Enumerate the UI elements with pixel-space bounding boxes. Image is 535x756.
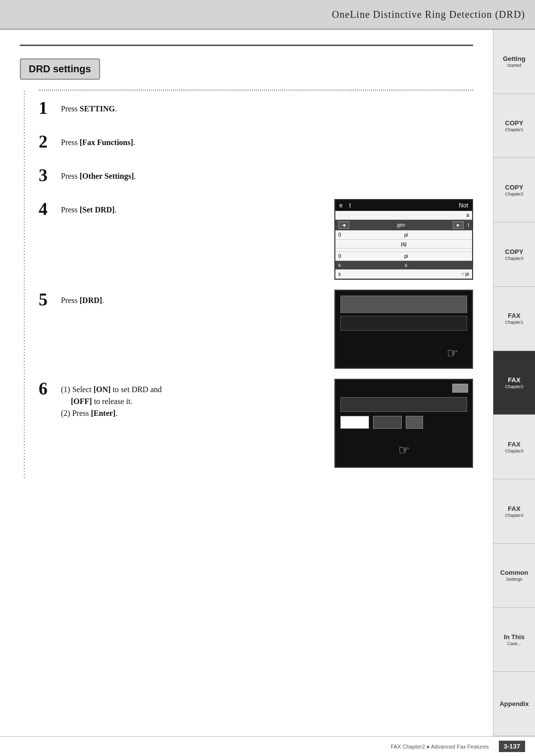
screen5-row2 — [340, 316, 467, 331]
screen6-btn-on — [340, 416, 369, 429]
sidebar-item-label: Appendix — [499, 700, 529, 707]
screen-pg: pg — [338, 241, 469, 247]
sidebar-item-in-this-case[interactable]: In This Case... — [493, 608, 535, 672]
steps-content: 1 Press SETTING. 2 Press [Fax Functions]… — [39, 90, 473, 478]
sidebar-item-sublabel: Case... — [507, 641, 522, 646]
screen-mockup-6: ☞ — [334, 379, 473, 468]
dotted-border — [20, 90, 29, 478]
screen6-btn-row — [335, 416, 472, 429]
screen-row-pi1: 0 pi — [335, 231, 472, 240]
screen-t-label: t — [468, 222, 469, 228]
step-4-left: 4 Press [Set DRD]. — [39, 199, 324, 233]
step-5-text: Press [DRD]. — [61, 290, 324, 306]
screen-row-pi3: s ☞pi — [335, 270, 472, 279]
step-2-text: Press [Fax Functions]. — [61, 132, 473, 149]
step-3-text: Press [Other Settings]. — [61, 165, 473, 182]
sidebar-item-label: Getting — [503, 55, 526, 62]
sidebar-item-label: FAX — [508, 312, 520, 319]
step-4-number: 4 — [39, 199, 61, 218]
screen-mockup-4: e t Not a ◄ gen ► t — [334, 199, 473, 280]
sidebar-item-label: Common — [500, 569, 528, 576]
header-title: OneLine Distinctive Ring Detection (DRD) — [332, 9, 525, 20]
sidebar-item-label: COPY — [505, 184, 524, 191]
step-3: 3 Press [Other Settings]. — [39, 165, 473, 184]
sidebar-item-fax1[interactable]: FAX Chapter1 — [493, 287, 535, 351]
sidebar-item-appendix[interactable]: Appendix — [493, 672, 535, 736]
screen5-spacer — [335, 334, 472, 341]
step-2: 2 Press [Fax Functions]. — [39, 132, 473, 151]
screen-row-pi2: 0 pi — [335, 252, 472, 261]
section-title: DRD settings — [29, 63, 91, 74]
main-content: DRD settings 1 Press SETTING. 2 Pres — [0, 30, 493, 736]
sidebar-item-sublabel: Chapter1 — [505, 127, 523, 132]
sidebar-item-sublabel: Chapter2 — [505, 384, 523, 389]
step-5-left: 5 Press [DRD]. — [39, 290, 324, 323]
sidebar-item-label: FAX — [508, 441, 520, 448]
sidebar-item-sublabel: Settings — [506, 577, 523, 582]
footer-page-number: 3-137 — [499, 741, 525, 752]
sidebar-item-sublabel: Chapter4 — [505, 513, 523, 518]
screen-pi-2: pi — [343, 253, 469, 259]
step-1-text: Press SETTING. — [61, 98, 473, 115]
screen-row-ss: s s — [335, 261, 472, 270]
sidebar-item-label: FAX — [508, 505, 520, 512]
sidebar-item-getting-started[interactable]: Getting Started — [493, 30, 535, 94]
screen-gen-label: gen — [351, 222, 451, 228]
sidebar-item-sublabel: Chapter3 — [505, 449, 523, 454]
screen-zero-1: 0 — [338, 232, 341, 238]
page-footer: FAX Chapter2 ● Advanced Fax Features 3-1… — [0, 736, 535, 756]
screen-cell-a: a — [338, 212, 469, 218]
sidebar-item-label: FAX — [508, 376, 520, 384]
sidebar-item-label: In This — [504, 633, 525, 641]
step-6-left: 6 (1) Select [ON] to set DRD and [OFF] t… — [39, 379, 324, 434]
page: OneLine Distinctive Ring Detection (DRD)… — [0, 0, 535, 756]
sidebar-item-fax4[interactable]: FAX Chapter4 — [493, 479, 535, 544]
page-header: OneLine Distinctive Ring Detection (DRD) — [0, 0, 535, 30]
step-6: 6 (1) Select [ON] to set DRD and [OFF] t… — [39, 379, 324, 419]
sidebar-item-label: COPY — [505, 248, 524, 255]
finger-icon-5: ☞ — [447, 346, 458, 361]
footer-text: FAX Chapter2 ● Advanced Fax Features — [391, 744, 489, 750]
screen-row-a: a — [335, 211, 472, 220]
step-5: 5 Press [DRD]. — [39, 290, 324, 308]
sidebar-item-sublabel: Chapter3 — [505, 256, 523, 261]
screen-pi-3: ☞pi — [461, 271, 469, 277]
step-5-screenshot: ☞ — [334, 290, 473, 369]
right-sidebar: Getting Started COPY Chapter1 COPY Chapt… — [493, 30, 535, 736]
screen-pi-1: pi — [343, 232, 469, 238]
screen5-row1 — [340, 296, 467, 313]
screen-row-empty — [335, 249, 472, 252]
sidebar-item-copy3[interactable]: COPY Chapter3 — [493, 222, 535, 287]
screen-row-pg: pg — [335, 240, 472, 249]
sidebar-item-common-settings[interactable]: Common Settings — [493, 544, 535, 608]
sidebar-item-sublabel: Started — [507, 63, 521, 68]
screen-mockup-5: ☞ — [334, 290, 473, 369]
screen-arrow-left: ◄ — [338, 221, 349, 229]
step-1-number: 1 — [39, 98, 61, 117]
step-5-number: 5 — [39, 290, 61, 308]
step-4: 4 Press [Set DRD]. — [39, 199, 324, 218]
screen6-btn-enter — [406, 416, 423, 429]
screen-s1: s — [338, 262, 341, 268]
sidebar-item-copy1[interactable]: COPY Chapter1 — [493, 94, 535, 158]
section-title-box: DRD settings — [20, 58, 100, 80]
step-1: 1 Press SETTING. — [39, 98, 473, 117]
step-2-number: 2 — [39, 132, 61, 151]
sidebar-item-fax2[interactable]: FAX Chapter2 — [493, 351, 535, 415]
step-6-number: 6 — [39, 379, 61, 398]
step-3-number: 3 — [39, 165, 61, 184]
step-4-screenshot: e t Not a ◄ gen ► t — [334, 199, 473, 280]
screen6-corner-btn — [452, 384, 468, 393]
finger-icon-6: ☞ — [398, 443, 410, 458]
step-6-screenshot: ☞ — [334, 379, 473, 468]
sidebar-item-fax3[interactable]: FAX Chapter3 — [493, 415, 535, 479]
dots-separator — [39, 90, 473, 91]
step-5-container: 5 Press [DRD]. ☞ — [39, 290, 473, 369]
step-6-container: 6 (1) Select [ON] to set DRD and [OFF] t… — [39, 379, 473, 468]
step-4-container: 4 Press [Set DRD]. e t Not — [39, 199, 473, 280]
sidebar-item-copy2[interactable]: COPY Chapter2 — [493, 158, 535, 222]
screen-arrow-right: ► — [453, 221, 464, 229]
step-6-text: (1) Select [ON] to set DRD and [OFF] to … — [61, 379, 324, 419]
sidebar-item-label: COPY — [505, 119, 524, 127]
steps-container: 1 Press SETTING. 2 Press [Fax Functions]… — [20, 90, 473, 478]
